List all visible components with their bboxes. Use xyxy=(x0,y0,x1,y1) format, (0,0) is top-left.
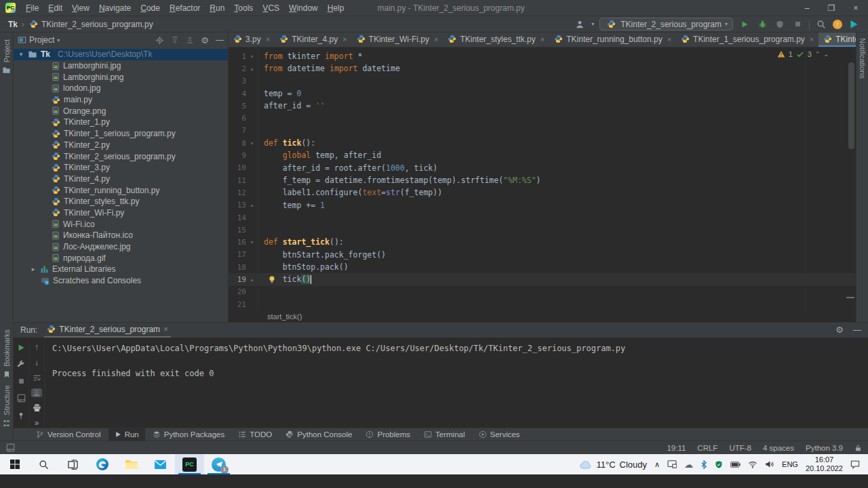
code-line[interactable]: 16 ▾ def start_tick(): xyxy=(229,236,856,248)
debug-button[interactable] xyxy=(756,18,768,30)
run-button[interactable] xyxy=(738,18,751,30)
indent-indicator[interactable]: 4 spaces xyxy=(763,444,794,452)
tree-item[interactable]: ▸ External Libraries xyxy=(14,264,228,275)
code-line[interactable]: 4 temp = 0 xyxy=(229,87,856,100)
telegram-icon[interactable]: 1 xyxy=(204,454,233,474)
tree-item-root[interactable]: ▾ Tk C:\Users\User\Desktop\Tk xyxy=(14,49,228,60)
hidden-icons-chevron-icon[interactable]: ∧ xyxy=(654,460,660,469)
code-line[interactable]: 20 xyxy=(229,286,856,298)
pycharm-taskbar-icon[interactable]: PC xyxy=(175,454,204,474)
line-ending-indicator[interactable]: CRLF xyxy=(697,444,717,452)
chevron-down-icon[interactable]: ▾ xyxy=(57,37,60,43)
toolwindow-button-services[interactable]: Services xyxy=(473,428,526,441)
locate-file-icon[interactable] xyxy=(155,36,164,45)
inspections-widget[interactable]: 1 3 ⌃ ⌄ xyxy=(777,50,829,58)
menu-view[interactable]: View xyxy=(67,3,94,13)
pin-tab-icon[interactable] xyxy=(16,410,26,421)
bluetooth-icon[interactable] xyxy=(701,460,707,469)
start-button[interactable] xyxy=(0,454,29,474)
close-icon[interactable]: × xyxy=(266,35,270,43)
run-configuration-select[interactable]: TKinter_2_serious_program ▾ xyxy=(599,18,733,30)
update-available-icon[interactable]: ↑ xyxy=(833,20,842,29)
chevron-right-icon[interactable]: ▸ xyxy=(30,266,37,272)
coverage-button[interactable] xyxy=(774,18,786,30)
intention-bulb-icon[interactable] xyxy=(268,275,276,284)
close-icon[interactable]: × xyxy=(540,35,545,43)
expand-all-icon[interactable] xyxy=(171,36,179,44)
wifi-icon[interactable] xyxy=(748,461,757,468)
menu-edit[interactable]: Edit xyxy=(43,3,67,13)
toolwindow-toggle-icon[interactable] xyxy=(6,443,15,452)
toolwindow-tab-project[interactable]: Project xyxy=(3,39,11,62)
language-indicator[interactable]: ENG xyxy=(782,460,798,468)
prev-problem-icon[interactable]: ⌃ xyxy=(815,51,821,58)
tree-item[interactable]: TKinter_Wi-Fi.py xyxy=(14,207,228,219)
toolwindow-button-run[interactable]: Run xyxy=(108,428,145,441)
code-line[interactable]: 21 xyxy=(229,298,856,310)
code-line[interactable]: 6 xyxy=(229,112,856,124)
tree-item[interactable]: Orange.png xyxy=(14,105,228,117)
menu-tools[interactable]: Tools xyxy=(229,3,258,13)
tree-item[interactable]: Lamborghini.jpg xyxy=(14,60,228,72)
tree-item[interactable]: TKinter_3.py xyxy=(14,162,228,174)
toolwindow-tab-notifications[interactable]: Notifications xyxy=(859,38,867,79)
code-line[interactable]: 3 xyxy=(229,75,856,87)
code-line[interactable]: 19 ▴ tick() xyxy=(229,273,856,285)
editor-tab[interactable]: 3.py × xyxy=(229,33,275,47)
menu-help[interactable]: Help xyxy=(323,3,349,13)
editor-scrollbar[interactable] xyxy=(848,62,854,149)
notification-center-icon[interactable] xyxy=(850,460,860,469)
stop-button[interactable] xyxy=(791,18,804,30)
tree-item[interactable]: TKinter_1.py xyxy=(14,117,228,128)
print-icon[interactable] xyxy=(31,403,42,412)
code-line[interactable]: 18 btnStop.pack() xyxy=(229,261,856,273)
fold-marker-icon[interactable]: ▾ xyxy=(246,239,258,245)
tree-item[interactable]: Lamborghini.png xyxy=(14,71,228,83)
code-line[interactable]: 13 ▴ temp += 1 xyxy=(229,199,856,211)
code-line[interactable]: 2 ▴ from datetime import datetime xyxy=(229,62,856,75)
toolwindow-tab-structure[interactable]: Structure xyxy=(3,385,11,415)
toolwindow-button-version-control[interactable]: Version Control xyxy=(30,428,107,441)
interpreter-indicator[interactable]: Python 3.9 xyxy=(806,444,843,452)
code-line[interactable]: 22 ▾ def stop_tick(): xyxy=(229,310,856,311)
mail-icon[interactable] xyxy=(146,454,175,474)
editor-tab[interactable]: TKinter_2_serious_program.py × xyxy=(818,33,856,47)
minimize-button[interactable]: – xyxy=(795,0,819,16)
code-line[interactable]: 9 global temp, after_id xyxy=(229,149,856,161)
breadcrumb-file[interactable]: TKinter_2_serious_program.py xyxy=(41,20,153,29)
editor-tab[interactable]: TKinter_styles_ttk.py × xyxy=(443,33,549,47)
toolwindow-button-python-packages[interactable]: Python Packages xyxy=(146,428,231,441)
cast-icon[interactable] xyxy=(667,460,677,468)
tree-item[interactable]: Иконка-Пайтон.ico xyxy=(14,230,228,241)
edit-configuration-icon[interactable] xyxy=(16,359,26,370)
code-line[interactable]: 14 xyxy=(229,211,856,224)
fold-marker-icon[interactable]: ▴ xyxy=(246,202,258,208)
code-line[interactable]: 7 xyxy=(229,125,856,137)
code-line[interactable]: 11 f_temp = datetime.fromtimestamp(temp)… xyxy=(229,174,856,186)
editor-breadcrumbs[interactable]: start_tick() xyxy=(229,311,856,322)
code-line[interactable]: 10 after_id = root.after(1000, tick) xyxy=(229,162,856,174)
tree-item[interactable]: TKinter_4.py xyxy=(14,174,228,185)
code-line[interactable]: 12 label1.configure(text=str(f_temp)) xyxy=(229,186,856,199)
menu-file[interactable]: File xyxy=(21,3,43,13)
run-console-output[interactable]: C:\Users\User\AppData\Local\Programs\Pyt… xyxy=(45,338,868,428)
stop-button[interactable] xyxy=(16,376,26,387)
battery-icon[interactable] xyxy=(730,462,741,468)
restore-layout-icon[interactable] xyxy=(16,393,26,404)
fold-marker-icon[interactable]: ▾ xyxy=(246,140,258,146)
toolwindow-button-todo[interactable]: TODO xyxy=(232,428,278,441)
hide-panel-icon[interactable]: — xyxy=(216,35,224,45)
settings-gear-icon[interactable]: ⚙ xyxy=(835,325,844,335)
file-explorer-icon[interactable] xyxy=(117,454,146,474)
learn-ide-icon[interactable] xyxy=(848,18,860,30)
tree-item[interactable]: london.jpg xyxy=(14,83,228,94)
close-button[interactable]: × xyxy=(844,0,868,16)
restore-button[interactable]: ❐ xyxy=(819,0,844,16)
editor-tab[interactable]: TKinter_Wi-Fi.py × xyxy=(352,33,443,47)
editor-tab[interactable]: TKinter_1_serious_program.py × xyxy=(676,33,818,47)
hide-panel-icon[interactable]: — xyxy=(853,325,861,335)
code-line[interactable]: 17 btnStart.pack_forget() xyxy=(229,249,856,261)
toolwindow-button-problems[interactable]: Problems xyxy=(359,428,416,441)
fold-marker-icon[interactable]: ▴ xyxy=(246,277,258,283)
close-icon[interactable]: × xyxy=(342,35,347,43)
